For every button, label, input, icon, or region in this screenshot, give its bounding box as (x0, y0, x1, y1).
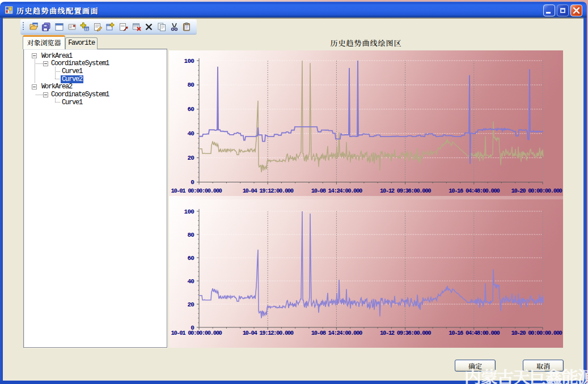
svg-text:10-08 14:24:00.000: 10-08 14:24:00.000 (311, 330, 362, 336)
svg-text:10-08 14:24:00.000: 10-08 14:24:00.000 (311, 187, 362, 194)
svg-text:10-20 00:00:00.000: 10-20 00:00:00.000 (511, 187, 562, 194)
svg-text:10-20 00:00:00.000: 10-20 00:00:00.000 (511, 330, 562, 336)
svg-text:40: 40 (187, 130, 194, 137)
svg-text:80: 80 (187, 232, 194, 238)
svg-text:10-16 04:48:00.000: 10-16 04:48:00.000 (449, 187, 500, 194)
svg-text:10-01 00:00:00.000: 10-01 00:00:00.000 (171, 187, 222, 194)
svg-text:10-04 19:12:00.000: 10-04 19:12:00.000 (243, 187, 294, 194)
svg-text:10-12 09:36:00.000: 10-12 09:36:00.000 (380, 330, 431, 336)
svg-text:0: 0 (191, 179, 194, 186)
svg-text:100: 100 (184, 208, 194, 215)
svg-text:10-04 19:12:00.000: 10-04 19:12:00.000 (243, 330, 294, 336)
svg-text:60: 60 (187, 255, 194, 262)
svg-text:40: 40 (187, 278, 194, 285)
svg-text:10-16 04:48:00.000: 10-16 04:48:00.000 (449, 330, 500, 336)
svg-text:10-12 09:36:00.000: 10-12 09:36:00.000 (380, 187, 431, 194)
svg-text:20: 20 (187, 155, 194, 161)
svg-text:100: 100 (184, 58, 194, 65)
svg-text:60: 60 (187, 106, 194, 113)
svg-text:10-01 00:00:00.000: 10-01 00:00:00.000 (171, 330, 222, 336)
svg-text:80: 80 (187, 82, 194, 88)
svg-text:20: 20 (187, 301, 194, 308)
